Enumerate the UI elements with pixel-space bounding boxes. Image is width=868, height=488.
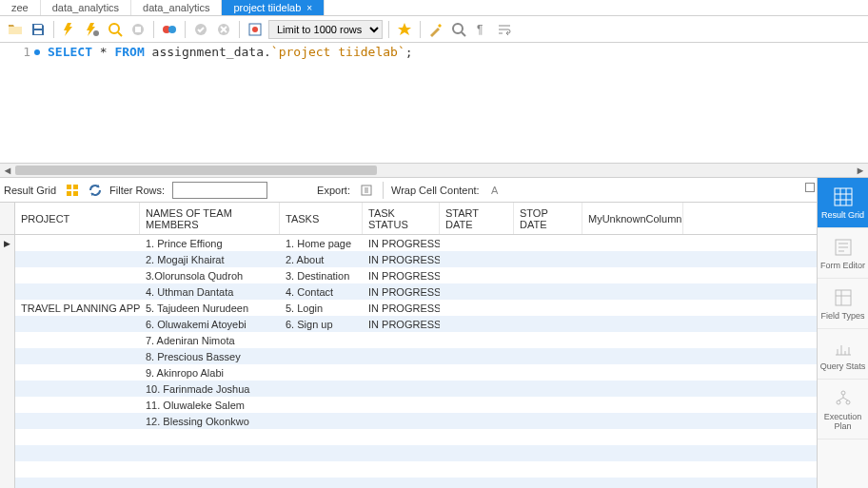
side-query-stats[interactable]: Query Stats [818, 329, 868, 380]
limit-select[interactable]: Limit to 1000 rows [268, 20, 383, 39]
cell[interactable]: 3.Olorunsola Qudroh [140, 267, 280, 283]
table-row[interactable]: 12. Blessing Okonkwo [15, 413, 868, 429]
column-header-names[interactable]: NAMES OF TEAM MEMBERS [140, 203, 280, 234]
cell[interactable] [514, 445, 582, 461]
toggle-icon[interactable] [160, 20, 179, 39]
cell[interactable]: 8. Prescious Bassey [140, 348, 280, 364]
cell[interactable] [514, 283, 582, 300]
cell[interactable] [363, 429, 440, 445]
table-row[interactable] [15, 445, 868, 461]
save-icon[interactable] [29, 20, 48, 39]
table-row[interactable]: 10. Farinmade Joshua [15, 381, 868, 397]
table-row[interactable]: 1. Prince Effiong1. Home pageIN PROGRESS [15, 235, 868, 251]
cell[interactable] [440, 235, 514, 251]
table-row[interactable] [15, 461, 868, 478]
cell[interactable] [15, 251, 140, 267]
cell[interactable] [514, 364, 582, 381]
execute-icon[interactable] [60, 20, 79, 39]
cell[interactable] [363, 478, 440, 488]
cell[interactable]: IN PROGRESS [363, 251, 440, 267]
scroll-right-icon[interactable]: ► [853, 163, 868, 178]
cell[interactable] [15, 381, 140, 397]
cell[interactable] [582, 283, 683, 300]
cell[interactable] [514, 381, 582, 397]
cell[interactable] [440, 445, 514, 461]
cell[interactable] [15, 332, 140, 348]
tab-zee[interactable]: zee [0, 0, 41, 15]
cell[interactable] [582, 381, 683, 397]
cell[interactable] [280, 397, 363, 413]
table-row[interactable]: 11. Oluwaleke Salem [15, 397, 868, 413]
cell[interactable]: 1. Home page [280, 235, 363, 251]
cell[interactable] [363, 348, 440, 364]
cell[interactable] [582, 397, 683, 413]
cell[interactable] [514, 332, 582, 348]
cell[interactable] [440, 413, 514, 429]
cell[interactable] [440, 381, 514, 397]
cell[interactable] [15, 461, 140, 478]
cell[interactable] [280, 348, 363, 364]
invisible-chars-icon[interactable]: ¶ [472, 20, 491, 39]
cell[interactable] [280, 332, 363, 348]
cell[interactable] [582, 316, 683, 332]
side-field-types[interactable]: Field Types [818, 279, 868, 329]
sql-editor[interactable]: 1 SELECT * FROM assignment_data.`project… [0, 43, 868, 163]
cell[interactable]: 4. Uthman Dantata [140, 283, 280, 300]
column-header-stop[interactable]: STOP DATE [514, 203, 582, 234]
cell[interactable]: 5. Login [280, 300, 363, 316]
cell[interactable]: 3. Destination [280, 267, 363, 283]
cell[interactable] [140, 461, 280, 478]
cell[interactable] [15, 283, 140, 300]
cell[interactable] [363, 413, 440, 429]
cell[interactable] [363, 381, 440, 397]
cell[interactable] [440, 364, 514, 381]
grid-view-icon[interactable] [64, 182, 81, 199]
cell[interactable] [514, 348, 582, 364]
export-icon[interactable] [358, 182, 375, 199]
cell[interactable] [15, 348, 140, 364]
cell[interactable] [514, 397, 582, 413]
cell[interactable] [280, 364, 363, 381]
cell[interactable] [440, 461, 514, 478]
cell[interactable]: TRAVEL PLANNING APP [15, 300, 140, 316]
find-icon[interactable] [449, 20, 468, 39]
side-execution-plan[interactable]: Execution Plan [818, 380, 868, 439]
cell[interactable] [15, 316, 140, 332]
cell[interactable] [514, 235, 582, 251]
close-icon[interactable]: × [306, 3, 312, 13]
cell[interactable] [280, 461, 363, 478]
wrap-cell-icon[interactable]: A [487, 182, 504, 199]
cell[interactable] [280, 381, 363, 397]
cell[interactable] [514, 413, 582, 429]
table-row[interactable]: 4. Uthman Dantata4. ContactIN PROGRESS [15, 283, 868, 300]
cell[interactable]: IN PROGRESS [363, 283, 440, 300]
cell[interactable] [440, 251, 514, 267]
cell[interactable]: IN PROGRESS [363, 235, 440, 251]
tab-data-analytics-1[interactable]: data_analytics [41, 0, 131, 15]
beautify-icon[interactable] [426, 20, 445, 39]
explain-icon[interactable] [106, 20, 125, 39]
cell[interactable] [582, 348, 683, 364]
cell[interactable]: 9. Akinropo Alabi [140, 364, 280, 381]
cell[interactable] [15, 235, 140, 251]
open-file-icon[interactable] [6, 20, 25, 39]
cell[interactable] [582, 413, 683, 429]
cell[interactable] [363, 364, 440, 381]
cell[interactable] [363, 332, 440, 348]
column-header-tasks[interactable]: TASKS [280, 203, 363, 234]
cell[interactable] [440, 267, 514, 283]
cell[interactable] [440, 478, 514, 488]
cell[interactable]: 2. About [280, 251, 363, 267]
cell[interactable] [582, 445, 683, 461]
cell[interactable] [280, 478, 363, 488]
cell[interactable] [440, 348, 514, 364]
column-header-project[interactable]: PROJECT [15, 203, 140, 234]
cell[interactable] [582, 251, 683, 267]
cell[interactable] [440, 332, 514, 348]
cell[interactable] [140, 429, 280, 445]
table-row[interactable]: 8. Prescious Bassey [15, 348, 868, 364]
result-grid[interactable]: PROJECT NAMES OF TEAM MEMBERS TASKS TASK… [15, 203, 868, 488]
table-row[interactable] [15, 429, 868, 445]
favorite-icon[interactable] [395, 20, 414, 39]
cell[interactable] [582, 300, 683, 316]
